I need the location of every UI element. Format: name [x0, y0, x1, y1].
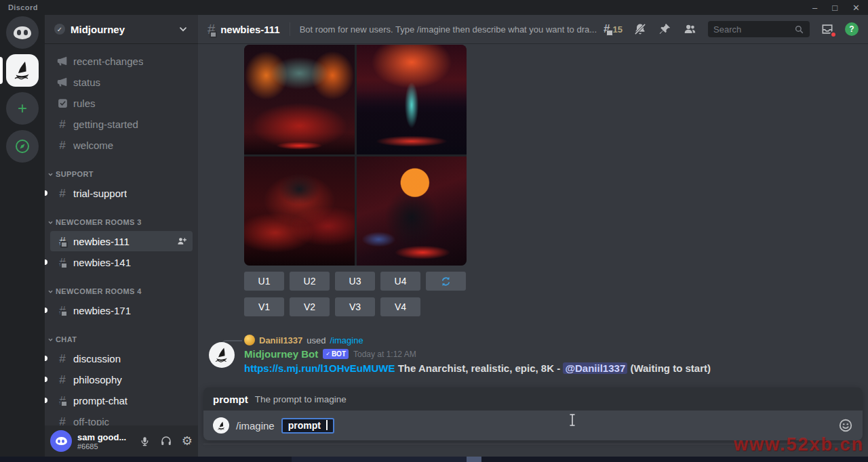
channel-recent-changes[interactable]: recent-changes: [50, 51, 193, 71]
channel-newbies-141[interactable]: # newbies-141: [50, 252, 193, 272]
hash-icon: #: [56, 119, 69, 130]
channel-status[interactable]: status: [50, 72, 193, 92]
channel-list: recent-changes status rules # getting-st…: [45, 43, 198, 457]
upscale-button-u4[interactable]: U4: [380, 272, 420, 291]
generated-image-1[interactable]: [244, 45, 355, 154]
hash-chat-icon: #: [56, 305, 69, 316]
slash-command-popup: prompt The prompt to imagine /imagine pr…: [203, 387, 863, 440]
generated-image-4[interactable]: [357, 156, 467, 266]
command-option-row[interactable]: prompt The prompt to imagine: [203, 387, 863, 411]
reply-author-name[interactable]: Daniil1337: [259, 335, 302, 345]
user-avatar[interactable]: [50, 430, 72, 452]
upscale-button-u3[interactable]: U3: [335, 272, 375, 291]
message-content: https://s.mj.run/l1OHvEuMUWE The Anarchi…: [244, 362, 711, 374]
message-header: Midjourney Bot ✓ BOT Today at 1:12 AM: [244, 348, 416, 360]
channel-trial-support[interactable]: # trial-support: [50, 183, 193, 203]
threads-button[interactable]: # 15: [604, 22, 623, 36]
search-box[interactable]: [708, 21, 810, 37]
channel-label: discussion: [73, 353, 121, 364]
threads-icon: #: [604, 22, 610, 36]
hash-chat-icon: #: [56, 236, 69, 247]
composer-bot-avatar: [213, 417, 229, 434]
explore-button[interactable]: [6, 130, 39, 163]
generated-image-2[interactable]: [357, 45, 467, 154]
thread-count: 15: [613, 24, 623, 35]
main-panel: # newbies-111 Bot room for new users. Ty…: [198, 15, 868, 457]
home-button[interactable]: [6, 16, 39, 49]
inbox-button[interactable]: [821, 22, 834, 36]
bot-avatar[interactable]: [209, 342, 235, 368]
server-icon-midjourney[interactable]: [6, 54, 39, 87]
username: sam good...: [77, 432, 129, 442]
reroll-button[interactable]: [426, 272, 466, 291]
channel-welcome[interactable]: # welcome: [50, 135, 193, 155]
message-status-text: (Waiting to start): [630, 362, 711, 374]
create-invite-icon[interactable]: [176, 236, 187, 247]
upscale-button-u2[interactable]: U2: [290, 272, 330, 291]
notifications-muted-icon[interactable]: [633, 22, 647, 36]
chevron-down-icon: [47, 289, 54, 295]
channel-newbies-111[interactable]: # newbies-111: [50, 231, 193, 251]
user-mention[interactable]: @Daniil1337: [563, 362, 627, 374]
category-support[interactable]: SUPPORT: [45, 166, 198, 182]
maximize-icon[interactable]: □: [832, 3, 837, 12]
channel-getting-started[interactable]: # getting-started: [50, 114, 193, 134]
hash-chat-icon: #: [56, 257, 69, 268]
window-titlebar: Discord – □ ✕: [0, 0, 868, 15]
variation-button-v2[interactable]: V2: [290, 297, 330, 316]
channel-topic[interactable]: Bot room for new users. Type /imagine th…: [300, 24, 598, 35]
generated-image-grid[interactable]: [244, 45, 467, 266]
help-icon[interactable]: ?: [845, 22, 859, 36]
reply-author-avatar: [244, 335, 255, 345]
midjourney-sailboat-icon: [213, 346, 231, 364]
message-author-name[interactable]: Midjourney Bot: [244, 348, 318, 360]
channel-discussion[interactable]: # discussion: [50, 348, 193, 369]
emoji-picker-icon[interactable]: [838, 418, 853, 433]
variation-button-v3[interactable]: V3: [335, 297, 375, 316]
upscale-button-u1[interactable]: U1: [244, 272, 284, 291]
compass-icon: [14, 138, 31, 154]
channel-label: newbies-141: [73, 257, 131, 268]
category-chat[interactable]: CHAT: [45, 331, 198, 348]
pinned-messages-icon[interactable]: [658, 22, 671, 36]
channel-philosophy[interactable]: # philosophy: [50, 369, 193, 390]
category-newcomer-rooms-4[interactable]: NEWCOMER ROOMS 4: [45, 283, 198, 299]
bot-badge: ✓ BOT: [323, 349, 349, 359]
variation-button-v4[interactable]: V4: [380, 297, 420, 316]
channel-prompt-chat[interactable]: # prompt-chat: [50, 390, 193, 411]
reply-action-text: used: [307, 335, 326, 345]
minimize-icon[interactable]: –: [812, 3, 817, 12]
check-icon: ✓: [326, 351, 330, 357]
microphone-icon[interactable]: [139, 436, 151, 447]
search-input[interactable]: [713, 24, 790, 35]
settings-gear-icon[interactable]: ⚙: [182, 435, 193, 447]
generated-image-3[interactable]: [244, 156, 355, 266]
user-info[interactable]: sam good... #6685: [77, 432, 129, 450]
text-cursor-ibeam: [568, 414, 576, 426]
add-server-button[interactable]: +: [6, 92, 39, 125]
channel-newbies-171[interactable]: # newbies-171: [50, 300, 193, 320]
user-discriminator: #6685: [77, 442, 129, 450]
close-icon[interactable]: ✕: [852, 3, 860, 12]
composer-command: /imagine: [236, 420, 275, 432]
channel-sidebar: ✓ Midjourney recent-changes status: [45, 15, 198, 457]
reply-command-link[interactable]: /imagine: [330, 335, 363, 345]
variation-button-v1[interactable]: V1: [244, 297, 284, 316]
reply-reference[interactable]: Daniil1337 used /imagine: [244, 335, 363, 345]
server-header[interactable]: ✓ Midjourney: [45, 15, 198, 43]
search-icon: [794, 24, 804, 35]
channel-rules[interactable]: rules: [50, 93, 193, 113]
member-list-icon[interactable]: [682, 22, 697, 37]
option-name: prompt: [213, 394, 248, 405]
header-toolbar: # 15 ?: [604, 21, 859, 37]
prompt-parameter-input[interactable]: prompt: [281, 418, 334, 434]
category-newcomer-rooms-3[interactable]: NEWCOMER ROOMS 3: [45, 214, 198, 230]
headphones-icon[interactable]: [160, 435, 172, 447]
message-link[interactable]: https://s.mj.run/l1OHvEuMUWE: [244, 362, 395, 374]
upscale-button-row: U1 U2 U3 U4: [244, 272, 466, 291]
channel-label: getting-started: [73, 119, 138, 130]
refresh-icon: [440, 276, 452, 287]
announcement-icon: [56, 55, 69, 67]
taskbar-edge: [0, 457, 868, 462]
verified-badge-icon: ✓: [54, 24, 65, 35]
